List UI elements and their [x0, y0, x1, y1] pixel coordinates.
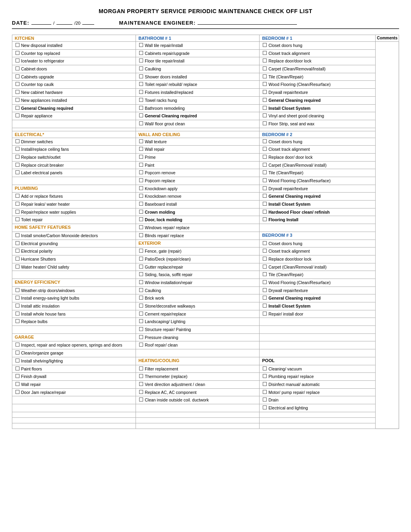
checkbox[interactable] — [139, 178, 143, 182]
checkbox[interactable] — [263, 382, 267, 386]
checkbox[interactable] — [16, 374, 19, 378]
checkbox[interactable] — [263, 210, 267, 214]
checkbox[interactable] — [139, 257, 143, 261]
checkbox[interactable] — [139, 335, 143, 339]
checkbox[interactable] — [263, 241, 267, 245]
checkbox[interactable] — [16, 233, 19, 237]
checkbox[interactable] — [263, 265, 267, 269]
checkbox[interactable] — [263, 74, 267, 78]
checkbox[interactable] — [263, 366, 267, 370]
checkbox[interactable] — [16, 82, 19, 86]
checkbox[interactable] — [263, 147, 267, 151]
checkbox[interactable] — [139, 374, 143, 378]
checkbox[interactable] — [139, 66, 143, 70]
checkbox[interactable] — [263, 312, 267, 316]
checkbox[interactable] — [139, 327, 143, 331]
checkbox[interactable] — [263, 98, 267, 102]
checkbox[interactable] — [139, 170, 143, 174]
checkbox[interactable] — [263, 217, 267, 221]
checkbox[interactable] — [139, 139, 143, 143]
date-year[interactable] — [82, 24, 94, 25]
checkbox[interactable] — [139, 186, 143, 190]
checkbox[interactable] — [139, 265, 143, 269]
checkbox[interactable] — [139, 390, 143, 394]
checkbox[interactable] — [16, 163, 19, 167]
checkbox[interactable] — [139, 398, 143, 401]
checkbox[interactable] — [139, 312, 143, 316]
date-month[interactable] — [31, 24, 51, 25]
checkbox[interactable] — [263, 296, 267, 300]
checkbox[interactable] — [139, 74, 143, 78]
checkbox[interactable] — [139, 319, 143, 323]
checkbox[interactable] — [16, 139, 19, 143]
checkbox[interactable] — [263, 280, 267, 284]
checkbox[interactable] — [263, 202, 267, 206]
checkbox[interactable] — [139, 217, 143, 221]
checkbox[interactable] — [16, 170, 19, 174]
engineer-name[interactable] — [198, 24, 297, 25]
checkbox[interactable] — [263, 139, 267, 143]
checkbox[interactable] — [16, 113, 19, 117]
checkbox[interactable] — [16, 106, 19, 110]
checkbox[interactable] — [16, 194, 19, 198]
checkbox[interactable] — [263, 398, 267, 401]
checkbox[interactable] — [16, 265, 19, 269]
checkbox[interactable] — [263, 170, 267, 174]
checkbox[interactable] — [139, 272, 143, 276]
checkbox[interactable] — [16, 390, 19, 394]
checkbox[interactable] — [263, 58, 267, 62]
checkbox[interactable] — [139, 288, 143, 292]
checkbox[interactable] — [16, 319, 19, 323]
checkbox[interactable] — [16, 98, 19, 102]
checkbox[interactable] — [263, 257, 267, 261]
checkbox[interactable] — [139, 163, 143, 167]
date-day[interactable] — [56, 24, 72, 25]
checkbox[interactable] — [16, 296, 19, 300]
checkbox[interactable] — [139, 194, 143, 198]
checkbox[interactable] — [139, 98, 143, 102]
checkbox[interactable] — [16, 366, 19, 370]
checkbox[interactable] — [16, 74, 19, 78]
checkbox[interactable] — [263, 66, 267, 70]
checkbox[interactable] — [263, 106, 267, 110]
checkbox[interactable] — [16, 304, 19, 308]
checkbox[interactable] — [263, 374, 267, 378]
checkbox[interactable] — [16, 382, 19, 386]
checkbox[interactable] — [139, 113, 143, 117]
checkbox[interactable] — [16, 66, 19, 70]
checkbox[interactable] — [16, 202, 19, 206]
checkbox[interactable] — [263, 272, 267, 276]
checkbox[interactable] — [263, 121, 267, 125]
checkbox[interactable] — [263, 304, 267, 308]
checkbox[interactable] — [139, 249, 143, 253]
checkbox[interactable] — [139, 382, 143, 386]
checkbox[interactable] — [263, 178, 267, 182]
checkbox[interactable] — [263, 113, 267, 117]
checkbox[interactable] — [139, 202, 143, 206]
checkbox[interactable] — [263, 163, 267, 167]
checkbox[interactable] — [16, 147, 19, 151]
checkbox[interactable] — [16, 51, 19, 55]
checkbox[interactable] — [16, 43, 19, 47]
checkbox[interactable] — [16, 288, 19, 292]
checkbox[interactable] — [16, 351, 19, 355]
checkbox[interactable] — [16, 210, 19, 214]
checkbox[interactable] — [139, 106, 143, 110]
checkbox[interactable] — [139, 296, 143, 300]
checkbox[interactable] — [263, 186, 267, 190]
checkbox[interactable] — [263, 155, 267, 159]
checkbox[interactable] — [263, 249, 267, 253]
checkbox[interactable] — [139, 51, 143, 55]
checkbox[interactable] — [139, 210, 143, 214]
checkbox[interactable] — [139, 280, 143, 284]
checkbox[interactable] — [139, 155, 143, 159]
checkbox[interactable] — [139, 58, 143, 62]
checkbox[interactable] — [16, 249, 19, 253]
checkbox[interactable] — [16, 155, 19, 159]
checkbox[interactable] — [139, 82, 143, 86]
checkbox[interactable] — [16, 312, 19, 316]
checkbox[interactable] — [139, 343, 143, 347]
checkbox[interactable] — [16, 343, 19, 347]
checkbox[interactable] — [263, 90, 267, 94]
checkbox[interactable] — [139, 121, 143, 125]
